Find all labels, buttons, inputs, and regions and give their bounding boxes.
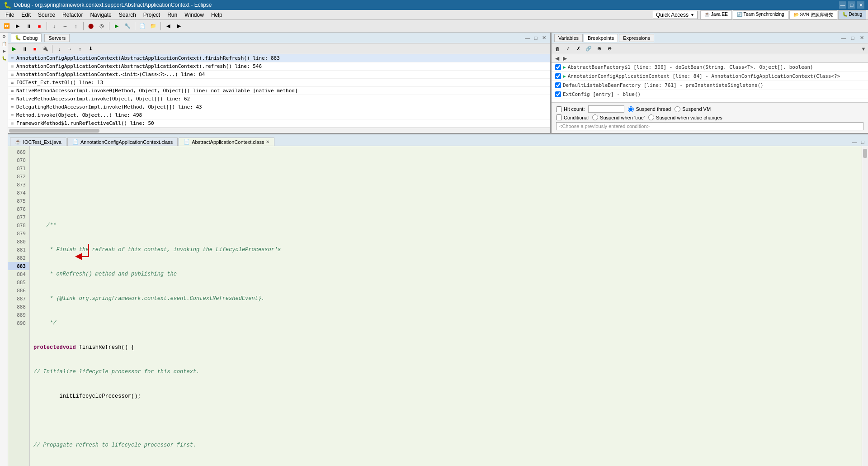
- toolbar-btn-step-over[interactable]: →: [60, 21, 70, 31]
- toolbar-btn-stop[interactable]: ■: [34, 21, 44, 31]
- toolbar-btn-back[interactable]: ◀: [163, 21, 173, 31]
- debug-suspend-btn[interactable]: ⏸: [19, 44, 29, 54]
- toolbar-btn-step-into[interactable]: ↓: [49, 21, 59, 31]
- perspective-java-ee[interactable]: ☕ Java EE: [700, 10, 732, 19]
- bp-enable-all[interactable]: ✓: [563, 44, 573, 54]
- stack-frame-7[interactable]: ≡ Method.invoke(Object, Object...) line:…: [8, 111, 550, 119]
- hit-count-input[interactable]: [588, 105, 624, 113]
- quick-access-box[interactable]: Quick Access ▼: [653, 11, 698, 19]
- editor-maximize[interactable]: □: [859, 138, 866, 146]
- stack-frame-5[interactable]: ≡ NativeMethodAccessorImpl.invoke(Object…: [8, 95, 550, 103]
- suspend-vm-radio[interactable]: [675, 106, 680, 112]
- bp-disable-all[interactable]: ✗: [573, 44, 583, 54]
- close-button[interactable]: ✕: [857, 1, 864, 9]
- minimize-button[interactable]: —: [839, 1, 846, 9]
- menu-source[interactable]: Source: [34, 11, 59, 19]
- bp-collapse[interactable]: ⊖: [604, 44, 614, 54]
- variables-tab[interactable]: Variables: [554, 34, 583, 42]
- menu-search[interactable]: Search: [115, 11, 140, 19]
- debug-close-icon[interactable]: ✕: [540, 34, 547, 42]
- bp-remove-all[interactable]: 🗑: [552, 44, 562, 54]
- toolbar-btn-2[interactable]: ▶: [13, 21, 23, 31]
- breakpoints-tab[interactable]: Breakpoints: [584, 34, 618, 42]
- toolbar-btn-open[interactable]: 📁: [148, 21, 158, 31]
- tab-abstractappcontext[interactable]: 📄 AbstractApplicationContext.class ✕: [179, 138, 274, 146]
- toolbar-btn-forward[interactable]: ▶: [174, 21, 184, 31]
- debug-maximize-icon[interactable]: □: [532, 34, 539, 42]
- menu-window[interactable]: Window: [181, 11, 208, 19]
- debug-step-into-frame-btn[interactable]: ⬇: [85, 44, 95, 54]
- sidebar-icon-2[interactable]: 📋: [1, 41, 7, 47]
- debug-disconnect-btn[interactable]: 🔌: [40, 44, 50, 54]
- title-bar-controls[interactable]: — □ ✕: [839, 1, 864, 9]
- debug-minimize-icon[interactable]: —: [524, 34, 531, 42]
- code-content[interactable]: /** * Finish the refresh of this context…: [30, 146, 862, 466]
- toolbar-btn-bp[interactable]: ⬤: [86, 21, 96, 31]
- bp-expand[interactable]: ⊕: [594, 44, 604, 54]
- conditional-checkbox[interactable]: [556, 114, 562, 120]
- tab-close-icon[interactable]: ✕: [266, 139, 269, 144]
- debug-step-over-btn[interactable]: →: [65, 44, 75, 54]
- stack-frame-2[interactable]: ≡ AnnotationConfigApplicationContext.<in…: [8, 71, 550, 79]
- toolbar-btn-suspend[interactable]: ⏸: [24, 21, 33, 31]
- perspective-svn[interactable]: 📂 SVN 资源库研究: [789, 10, 837, 19]
- suspend-value-changes-radio[interactable]: [648, 114, 654, 120]
- sidebar-icon-4[interactable]: 🐛: [1, 55, 7, 62]
- maximize-button[interactable]: □: [848, 1, 855, 9]
- right-panel-minimize[interactable]: —: [840, 34, 847, 42]
- stack-frame-0[interactable]: ≡ AnnotationConfigApplicationContext(Abs…: [8, 54, 550, 62]
- editor-minimize[interactable]: —: [851, 138, 858, 146]
- toolbar-btn-step-return[interactable]: ↑: [71, 21, 81, 31]
- expressions-tab[interactable]: Expressions: [619, 34, 654, 42]
- perspective-team-sync[interactable]: 🔄 Team Synchronizing: [733, 10, 788, 19]
- debug-hscroll[interactable]: [8, 128, 550, 133]
- code-editor[interactable]: 869 870 871 872 873 874 875 876 877 878 …: [8, 146, 868, 466]
- menu-refactor[interactable]: Refactor: [59, 11, 86, 19]
- stack-frame-6[interactable]: ≡ DelegatingMethodAccessorImpl.invoke(Me…: [8, 103, 550, 111]
- bp-checkbox-3[interactable]: [555, 91, 561, 97]
- code-vscroll-thumb[interactable]: [863, 149, 867, 158]
- bp-link-editor[interactable]: 🔗: [584, 44, 594, 54]
- bp-nav-left[interactable]: ◀: [553, 55, 561, 62]
- bp-checkbox-0[interactable]: [555, 64, 561, 70]
- bp-checkbox-1[interactable]: [555, 73, 561, 79]
- bp-item-3[interactable]: ExtConfig [entry] - blue(): [552, 90, 868, 99]
- breakpoints-list[interactable]: ▶ AbstractBeanFactory$1 [line: 306] - do…: [552, 63, 868, 102]
- suspend-thread-radio[interactable]: [628, 106, 634, 112]
- stack-frame-4[interactable]: ≡ NativeMethodAccessorImpl.invoke0(Metho…: [8, 87, 550, 95]
- tab-annotationconfig[interactable]: 📄 AnnotationConfigApplicationContext.cla…: [67, 138, 178, 146]
- right-panel-close[interactable]: ✕: [858, 34, 865, 42]
- toolbar-btn-run2[interactable]: 🔧: [123, 21, 132, 31]
- debug-stop-btn[interactable]: ■: [30, 44, 40, 54]
- code-vscroll[interactable]: [862, 146, 868, 466]
- toolbar-btn-bp2[interactable]: ◎: [97, 21, 107, 31]
- menu-navigate[interactable]: Navigate: [86, 11, 115, 19]
- stack-frame-3[interactable]: ≡ IOCTest_Ext.test01() line: 13: [8, 79, 550, 87]
- toolbar-btn-1[interactable]: ⏩: [2, 21, 12, 31]
- toolbar-btn-run[interactable]: ▶: [112, 21, 122, 31]
- perspective-debug[interactable]: 🐛 Debug: [838, 10, 866, 19]
- bp-nav-right[interactable]: ▶: [561, 55, 569, 62]
- menu-file[interactable]: File: [2, 11, 18, 19]
- debug-step-return-btn[interactable]: ↑: [75, 44, 85, 54]
- debug-step-into-btn[interactable]: ↓: [54, 44, 64, 54]
- hit-count-checkbox[interactable]: [556, 106, 562, 112]
- bp-checkbox-2[interactable]: [555, 82, 561, 88]
- servers-tab[interactable]: Servers: [44, 34, 70, 42]
- tab-ioctest[interactable]: ☕ IOCTest_Ext.java: [10, 138, 66, 146]
- toolbar-btn-new[interactable]: 📄: [137, 21, 147, 31]
- sidebar-icon-3[interactable]: ▶: [1, 48, 7, 54]
- menu-help[interactable]: Help: [208, 11, 226, 19]
- sidebar-icon-1[interactable]: ⚙: [1, 33, 7, 40]
- debug-tab[interactable]: 🐛 Debug: [11, 33, 42, 42]
- suspend-true-radio[interactable]: [592, 114, 598, 120]
- menu-run[interactable]: Run: [164, 11, 181, 19]
- bp-item-1[interactable]: ▶ AnnotationConfigApplicationContext [li…: [552, 72, 868, 81]
- stack-frame-1[interactable]: ≡ AnnotationConfigApplicationContext(Abs…: [8, 62, 550, 71]
- debug-hscroll-thumb[interactable]: [9, 129, 99, 133]
- condition-field[interactable]: <Choose a previously entered condition>: [556, 122, 863, 130]
- bp-item-2[interactable]: DefaultListableBeanFactory [line: 761] -…: [552, 81, 868, 90]
- bp-item-0[interactable]: ▶ AbstractBeanFactory$1 [line: 306] - do…: [552, 63, 868, 72]
- menu-project[interactable]: Project: [140, 11, 164, 19]
- menu-edit[interactable]: Edit: [18, 11, 34, 19]
